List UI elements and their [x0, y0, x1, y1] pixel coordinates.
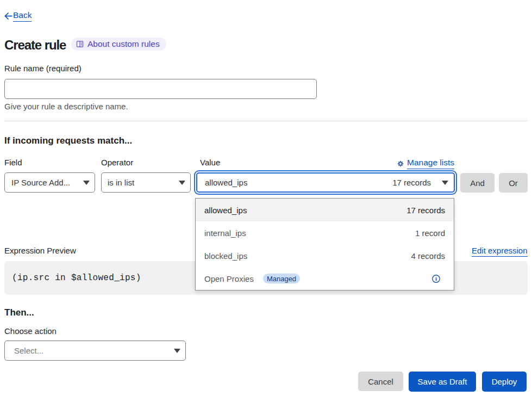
svg-text:i: i — [435, 275, 437, 282]
